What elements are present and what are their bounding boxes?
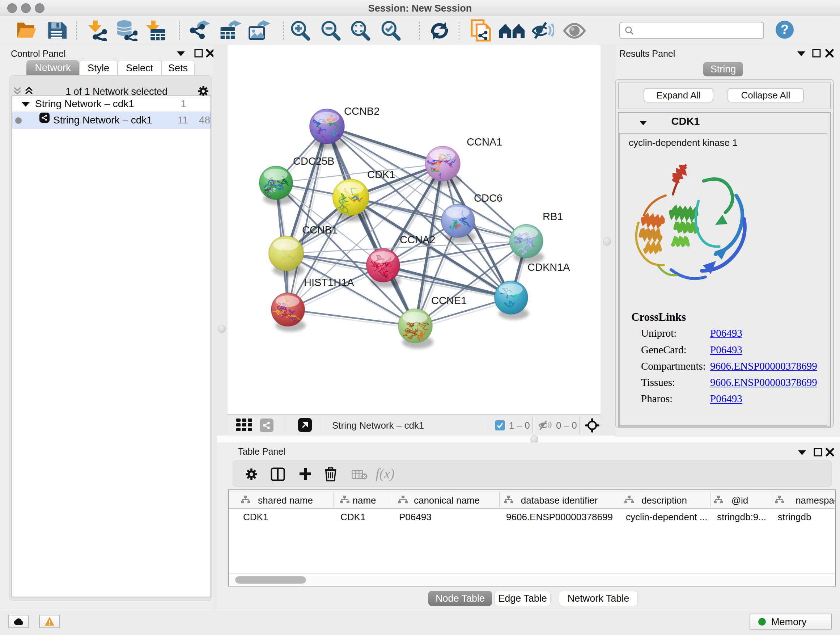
svg-text:CDC25B: CDC25B xyxy=(293,155,334,167)
svg-text:RB1: RB1 xyxy=(543,211,563,222)
svg-text:CCNA1: CCNA1 xyxy=(467,136,502,148)
svg-text:CDKN1A: CDKN1A xyxy=(527,261,570,273)
svg-text:HIST1H1A: HIST1H1A xyxy=(304,277,354,288)
svg-text:CCNB2: CCNB2 xyxy=(344,105,379,117)
svg-text:CCNA2: CCNA2 xyxy=(400,234,435,245)
svg-text:CDC6: CDC6 xyxy=(474,192,502,204)
svg-text:CDK1: CDK1 xyxy=(367,169,395,180)
svg-text:CCNB1: CCNB1 xyxy=(302,224,338,236)
svg-text:CCNE1: CCNE1 xyxy=(431,295,467,306)
